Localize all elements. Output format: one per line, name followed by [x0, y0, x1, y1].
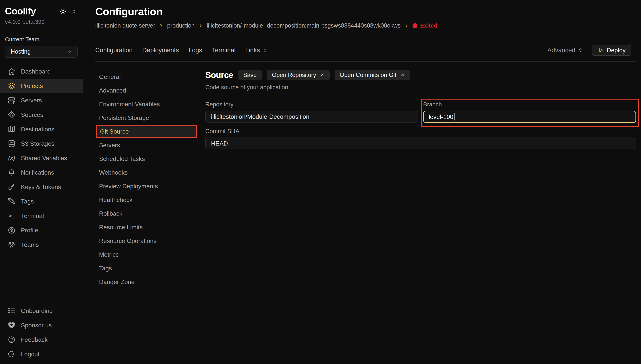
tab-terminal[interactable]: Terminal	[212, 46, 236, 54]
sidebar-item-label: Sources	[21, 111, 43, 118]
source-description: Code source of your application.	[205, 84, 636, 91]
sidebar-item-label: Feedback	[21, 336, 48, 343]
save-button[interactable]: Save	[238, 70, 262, 80]
subnav-environment-variables[interactable]: Environment Variables	[95, 97, 197, 111]
git-diamond-icon	[8, 111, 16, 119]
help-circle-icon	[8, 336, 16, 344]
tab-logs[interactable]: Logs	[189, 46, 202, 54]
tags-icon	[8, 198, 16, 205]
open-repository-button[interactable]: Open Repository	[267, 70, 330, 80]
open-commits-button[interactable]: Open Commits on Git	[335, 70, 410, 80]
sidebar-item-label: Tags	[21, 198, 34, 205]
terminal-prompt-icon: >_	[8, 213, 16, 219]
sidebar-item-dashboard[interactable]: Dashboard	[0, 64, 83, 79]
sidebar-item-logout[interactable]: Logout	[0, 347, 83, 361]
sidebar-item-label: Profile	[21, 227, 38, 234]
sidebar-item-keys-tokens[interactable]: Keys & Tokens	[0, 180, 83, 194]
sidebar-item-terminal[interactable]: >_ Terminal	[0, 208, 83, 223]
sidebar: Coolify v4.0.0-beta.399 Current Team Hos…	[0, 0, 83, 364]
config-subnav: General Advanced Environment Variables P…	[95, 70, 197, 364]
breadcrumb-project[interactable]: illicitonion quote server	[95, 22, 155, 29]
sidebar-item-teams[interactable]: Teams	[0, 238, 83, 252]
commit-sha-field: Commit SHA	[205, 128, 636, 149]
subnav-servers[interactable]: Servers	[95, 138, 197, 152]
main-content: Configuration illicitonion quote server …	[83, 0, 641, 364]
breadcrumb: illicitonion quote server production ill…	[95, 22, 636, 29]
sidebar-item-label: Keys & Tokens	[21, 184, 61, 190]
tab-configuration[interactable]: Configuration	[95, 46, 133, 54]
sidebar-item-label: Servers	[21, 97, 42, 104]
tab-links[interactable]: Links	[245, 46, 268, 54]
sidebar-item-onboarding[interactable]: Onboarding	[0, 304, 83, 318]
sidebar-item-s3-storages[interactable]: S3 Storages	[0, 136, 83, 151]
branch-field: Branch level-100	[423, 101, 636, 123]
external-link-icon	[400, 72, 405, 78]
annotation-box-git-source: Git Source	[96, 125, 197, 138]
subnav-healthcheck[interactable]: Healthcheck	[95, 193, 197, 207]
subnav-git-source[interactable]: Git Source	[98, 126, 196, 137]
open-commits-label: Open Commits on Git	[340, 72, 396, 78]
chevron-down-icon	[67, 49, 73, 55]
users-icon	[8, 241, 16, 249]
sidebar-item-label: Terminal	[21, 212, 44, 220]
sidebar-item-shared-variables[interactable]: (x) Shared Variables	[0, 151, 83, 165]
sidebar-item-tags[interactable]: Tags	[0, 194, 83, 208]
sidebar-item-profile[interactable]: Profile	[0, 223, 83, 238]
subnav-resource-limits[interactable]: Resource Limits	[95, 220, 197, 234]
team-select-value: Hosting	[11, 48, 31, 55]
sidebar-item-label: Projects	[21, 82, 43, 90]
subnav-tags[interactable]: Tags	[95, 262, 197, 275]
branch-input[interactable]: level-100	[423, 111, 636, 123]
subnav-webhooks[interactable]: Webhooks	[95, 166, 197, 179]
sidebar-item-servers[interactable]: Servers	[0, 93, 83, 108]
open-repository-label: Open Repository	[272, 72, 316, 78]
subnav-resource-operations[interactable]: Resource Operations	[95, 234, 197, 248]
sidebar-item-sources[interactable]: Sources	[0, 108, 83, 122]
status-label: Exited	[420, 22, 437, 29]
sidebar-item-feedback[interactable]: Feedback	[0, 332, 83, 347]
chevron-right-icon	[159, 23, 164, 28]
home-icon	[8, 68, 16, 76]
advanced-dropdown[interactable]: Advanced	[547, 46, 583, 54]
sidebar-item-sponsor-us[interactable]: Sponsor us	[0, 318, 83, 332]
sidebar-item-label: Shared Variables	[21, 155, 67, 162]
sidebar-item-label: Onboarding	[21, 308, 53, 314]
subnav-general[interactable]: General	[95, 70, 197, 84]
subnav-persistent-storage[interactable]: Persistent Storage	[95, 111, 197, 125]
subnav-preview-deployments[interactable]: Preview Deployments	[95, 179, 197, 193]
deploy-label: Deploy	[606, 47, 625, 54]
source-heading: Source	[205, 70, 233, 80]
breadcrumb-environment[interactable]: production	[167, 22, 195, 29]
subnav-advanced[interactable]: Advanced	[95, 84, 197, 97]
theme-toggle-sun-icon[interactable]	[60, 8, 67, 15]
bell-icon	[8, 168, 16, 176]
chevrons-up-down-icon	[262, 47, 268, 53]
sidebar-item-projects[interactable]: Projects	[0, 79, 83, 93]
sidebar-item-destinations[interactable]: Destinations	[0, 122, 83, 136]
play-icon	[598, 47, 603, 53]
checklist-icon	[8, 307, 16, 315]
sidebar-item-label: Destinations	[21, 126, 54, 133]
heart-hands-icon	[8, 321, 16, 329]
branch-label: Branch	[423, 101, 636, 108]
repository-input[interactable]	[205, 111, 418, 122]
app-version: v4.0.0-beta.399	[5, 18, 78, 25]
sidebar-item-label: Dashboard	[21, 68, 51, 75]
annotation-box-branch: Branch level-100	[421, 98, 639, 127]
team-select[interactable]: Hosting	[5, 46, 78, 58]
subnav-scheduled-tasks[interactable]: Scheduled Tasks	[95, 152, 197, 166]
brand-logo: Coolify	[5, 6, 36, 17]
sidebar-nav: Dashboard Projects Servers Sources Desti…	[0, 64, 83, 252]
app-root: Coolify v4.0.0-beta.399 Current Team Hos…	[0, 0, 641, 364]
tab-deployments[interactable]: Deployments	[142, 46, 179, 54]
commit-sha-input[interactable]	[205, 138, 636, 149]
sidebar-header: Coolify v4.0.0-beta.399 Current Team Hos…	[0, 0, 83, 58]
instance-switcher-chevrons-icon[interactable]	[71, 8, 77, 15]
subnav-metrics[interactable]: Metrics	[95, 248, 197, 262]
breadcrumb-application[interactable]: illicitestonion/-module--decomposition:m…	[207, 22, 400, 29]
sidebar-item-label: Logout	[21, 351, 40, 358]
sidebar-item-notifications[interactable]: Notifications	[0, 165, 83, 180]
subnav-danger-zone[interactable]: Danger Zone	[95, 275, 197, 289]
deploy-button[interactable]: Deploy	[592, 45, 631, 56]
subnav-rollback[interactable]: Rollback	[95, 207, 197, 220]
